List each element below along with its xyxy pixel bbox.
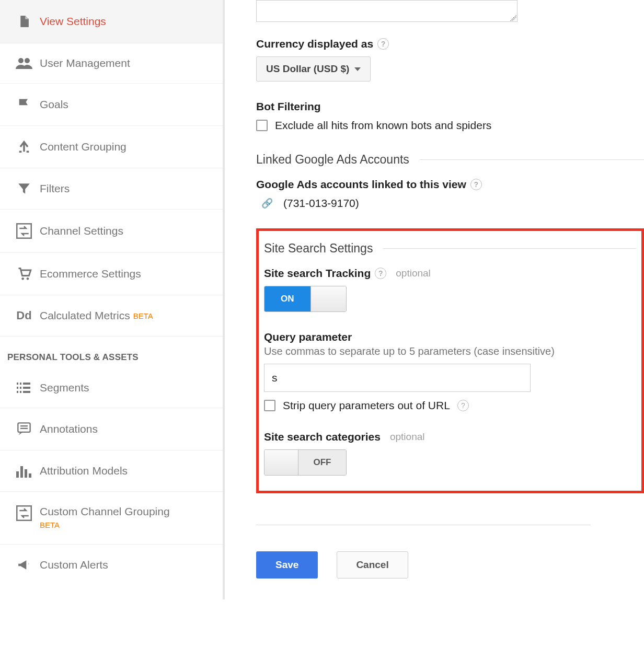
linked-ads-section-title: Linked Google Ads Accounts — [256, 153, 644, 167]
help-icon[interactable]: ? — [375, 268, 386, 279]
sidebar-item-label: Annotations — [40, 423, 98, 435]
sidebar-section-header: PERSONAL TOOLS & ASSETS — [0, 337, 223, 368]
svg-rect-3 — [17, 224, 31, 238]
sidebar-item-custom-channel-grouping[interactable]: Custom Channel Grouping BETA — [0, 492, 223, 545]
sidebar-item-label: View Settings — [40, 15, 106, 28]
svg-rect-8 — [17, 391, 18, 393]
flag-icon — [8, 97, 40, 112]
dd-icon: Dd — [8, 309, 40, 322]
speech-bubble-icon — [8, 422, 40, 436]
site-search-categories-toggle[interactable]: OFF — [264, 449, 347, 476]
sidebar-item-content-grouping[interactable]: Content Grouping — [0, 126, 223, 168]
sidebar-item-channel-settings[interactable]: Channel Settings — [0, 210, 223, 253]
svg-point-1 — [18, 58, 24, 63]
arrows-exchange-icon — [8, 505, 40, 521]
site-search-highlight: Site Search Settings Site search Trackin… — [256, 228, 644, 493]
svg-point-4 — [21, 277, 24, 280]
divider — [256, 525, 591, 525]
help-icon[interactable]: ? — [470, 179, 482, 190]
bar-chart-icon — [8, 464, 40, 478]
sidebar-item-user-management[interactable]: User Management — [0, 43, 223, 84]
query-parameter-input[interactable] — [264, 364, 531, 392]
svg-rect-12 — [23, 383, 30, 385]
sidebar-item-label: Calculated Metrics — [40, 309, 130, 322]
currency-label: Currency displayed as ? — [256, 38, 644, 50]
sidebar-item-custom-alerts[interactable]: Custom Alerts — [0, 545, 223, 585]
bot-filtering-label: Bot Filtering — [256, 100, 644, 113]
users-icon — [8, 57, 40, 69]
sidebar: View Settings User Management Goals Cont… — [0, 0, 225, 599]
svg-rect-6 — [17, 383, 18, 385]
megaphone-icon — [8, 558, 40, 572]
funnel-icon — [8, 182, 40, 195]
bot-filtering-checkbox[interactable] — [256, 120, 268, 131]
help-icon[interactable]: ? — [377, 38, 389, 50]
textarea-field[interactable] — [256, 0, 518, 22]
sidebar-item-label: Attribution Models — [40, 465, 128, 477]
arrows-exchange-icon — [8, 223, 40, 239]
svg-rect-13 — [23, 387, 30, 389]
svg-rect-7 — [17, 387, 18, 389]
svg-rect-15 — [18, 423, 30, 432]
svg-point-2 — [25, 58, 30, 63]
svg-rect-21 — [29, 473, 31, 478]
sidebar-item-label: Goals — [40, 98, 68, 111]
linked-ads-label: Google Ads accounts linked to this view … — [256, 178, 644, 191]
sidebar-item-label: Filters — [40, 182, 70, 195]
segments-icon — [8, 381, 40, 394]
sidebar-item-calculated-metrics[interactable]: Dd Calculated Metrics BETA — [0, 295, 223, 337]
site-search-section-title: Site Search Settings — [264, 241, 636, 256]
linked-ads-account: (731-013-9170) — [283, 197, 359, 210]
svg-rect-14 — [23, 391, 30, 393]
help-icon[interactable]: ? — [457, 400, 469, 411]
bot-filtering-checkbox-label: Exclude all hits from known bots and spi… — [275, 119, 491, 132]
sidebar-item-label: Channel Settings — [40, 225, 123, 237]
svg-rect-22 — [17, 506, 31, 520]
save-button[interactable]: Save — [256, 551, 318, 579]
svg-rect-19 — [20, 466, 23, 478]
linked-ads-account-row: 🔗 (731-013-9170) — [256, 197, 644, 210]
sidebar-item-label: Segments — [40, 381, 89, 394]
sidebar-item-label: Ecommerce Settings — [40, 268, 141, 280]
sidebar-item-segments[interactable]: Segments — [0, 368, 223, 408]
arrow-up-icon — [8, 140, 40, 154]
sidebar-item-view-settings[interactable]: View Settings — [0, 0, 223, 43]
svg-rect-10 — [20, 387, 21, 389]
svg-marker-0 — [25, 16, 28, 19]
cart-icon — [8, 267, 40, 281]
query-parameter-help: Use commas to separate up to 5 parameter… — [264, 345, 636, 357]
sidebar-item-label: Content Grouping — [40, 141, 126, 153]
link-icon: 🔗 — [261, 198, 273, 209]
sidebar-item-ecommerce-settings[interactable]: Ecommerce Settings — [0, 253, 223, 295]
sidebar-item-label: Custom Alerts — [40, 559, 108, 571]
chevron-down-icon — [354, 67, 361, 71]
sidebar-item-filters[interactable]: Filters — [0, 168, 223, 210]
sidebar-item-label: Custom Channel Grouping — [40, 505, 170, 517]
sidebar-item-label: User Management — [40, 57, 130, 70]
beta-badge: BETA — [133, 311, 153, 320]
svg-rect-9 — [20, 383, 21, 385]
site-search-tracking-toggle[interactable]: ON — [264, 286, 347, 312]
optional-label: optional — [396, 268, 431, 279]
optional-label: optional — [390, 431, 425, 443]
sidebar-item-attribution-models[interactable]: Attribution Models — [0, 450, 223, 492]
strip-query-label: Strip query parameters out of URL — [283, 399, 450, 412]
currency-dropdown[interactable]: US Dollar (USD $) — [256, 56, 371, 82]
query-parameter-label: Query parameter — [264, 331, 636, 343]
site-search-categories-label: Site search categories optional — [264, 431, 636, 443]
site-search-tracking-label: Site search Tracking ? optional — [264, 267, 636, 280]
sidebar-item-goals[interactable]: Goals — [0, 84, 223, 126]
svg-rect-20 — [25, 469, 27, 478]
svg-rect-18 — [16, 471, 19, 478]
svg-rect-11 — [20, 391, 21, 393]
svg-point-5 — [27, 277, 29, 280]
cancel-button[interactable]: Cancel — [337, 551, 408, 579]
sidebar-item-annotations[interactable]: Annotations — [0, 408, 223, 450]
main-content: Currency displayed as ? US Dollar (USD $… — [225, 0, 644, 599]
beta-badge: BETA — [40, 520, 60, 529]
document-icon — [8, 14, 40, 29]
strip-query-checkbox[interactable] — [264, 400, 275, 411]
